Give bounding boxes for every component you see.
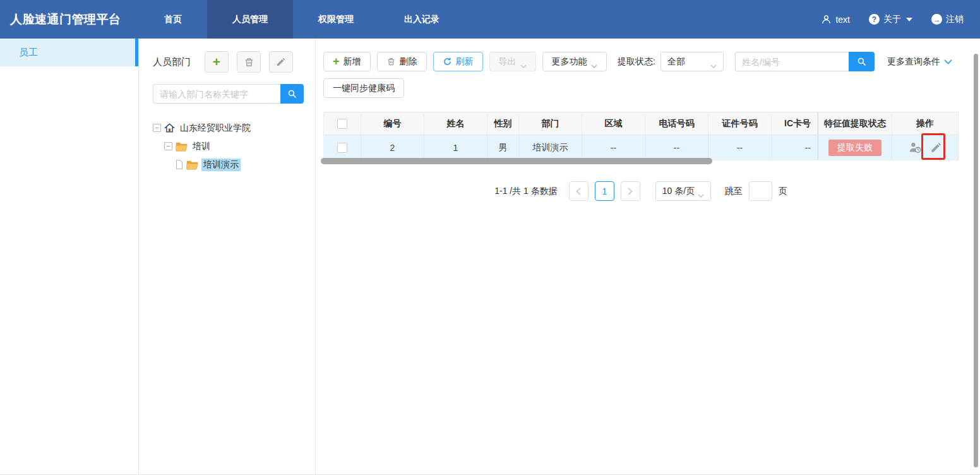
col-header-extract-status[interactable]: 特征值提取状态 — [818, 112, 892, 135]
col-header-phone[interactable]: 电话号码 — [645, 112, 708, 135]
col-header-dept[interactable]: 部门 — [519, 112, 582, 135]
col-header-area[interactable]: 区域 — [582, 112, 645, 135]
row-checkbox[interactable] — [337, 143, 347, 153]
person-search-input[interactable] — [735, 52, 849, 71]
cell-operations — [892, 135, 959, 160]
sync-health-code-button[interactable]: 一键同步健康码 — [323, 78, 404, 98]
vertical-scrollbar[interactable] — [974, 54, 978, 467]
table-row[interactable]: 2 1 男 培训演示 -- -- -- -- 提取失败 — [323, 135, 959, 160]
page-number-button[interactable]: 1 — [595, 181, 614, 201]
cell-extract-status: 提取失败 — [818, 135, 892, 160]
search-icon — [287, 88, 297, 99]
department-search-button[interactable] — [280, 84, 304, 104]
page-size-select[interactable]: 10 条/页 — [655, 181, 711, 201]
cell-name: 1 — [424, 135, 487, 160]
cell-idcard: -- — [708, 135, 772, 160]
col-header-no[interactable]: 编号 — [361, 112, 424, 135]
select-all-cell — [323, 112, 361, 135]
add-department-button[interactable]: + — [205, 51, 229, 73]
face-gate-admin-app: 人脸速通门管理平台 首页 人员管理 权限管理 出入记录 text ? 关于 → … — [0, 0, 980, 475]
navbar-right: text ? 关于 → 注销 — [821, 0, 964, 39]
row-select-cell — [323, 135, 361, 160]
col-header-gender[interactable]: 性别 — [487, 112, 519, 135]
department-tree: − 山东经贸职业学院 − 培训 — [153, 119, 304, 174]
edit-person-icon[interactable] — [930, 141, 942, 153]
col-header-iccard[interactable]: IC卡号 — [772, 112, 818, 135]
main-panel: + 新增 删除 刷新 导出 — [316, 39, 980, 475]
col-header-operations[interactable]: 操作 — [892, 112, 959, 135]
extract-status-select[interactable]: 全部 — [660, 52, 724, 71]
extract-failed-badge: 提取失败 — [828, 140, 881, 156]
app-title: 人脸速通门管理平台 — [0, 0, 139, 39]
nav-tab-permissions[interactable]: 权限管理 — [293, 0, 379, 39]
pagination: 1-1 /共 1 条数据 1 10 条/页 跳至 页 — [323, 181, 959, 201]
delete-department-button[interactable] — [237, 51, 261, 73]
document-icon — [176, 160, 183, 169]
search-icon — [856, 56, 867, 67]
cell-dept: 培训演示 — [519, 135, 582, 160]
chevron-down-icon — [591, 60, 597, 64]
nav-tab-home[interactable]: 首页 — [139, 0, 207, 39]
plus-icon: + — [213, 55, 220, 68]
nav-tab-access-records[interactable]: 出入记录 — [379, 0, 465, 39]
department-panel: 人员部门 + — [139, 39, 316, 475]
cell-phone: -- — [645, 135, 708, 160]
person-search-button[interactable] — [849, 52, 875, 71]
folder-icon — [176, 141, 188, 152]
trash-icon — [244, 57, 254, 68]
caret-down-icon — [906, 18, 912, 21]
question-circle-icon: ? — [869, 14, 880, 25]
nav-tab-personnel[interactable]: 人员管理 — [207, 0, 293, 39]
add-person-button[interactable]: + 新增 — [323, 52, 371, 71]
user-menu[interactable]: text — [821, 14, 850, 25]
cell-no: 2 — [361, 135, 424, 160]
tree-node-training[interactable]: − 培训 — [153, 137, 304, 155]
about-menu[interactable]: ? 关于 — [869, 14, 912, 25]
user-label: text — [835, 15, 850, 25]
cell-iccard: -- — [772, 135, 818, 160]
cell-gender: 男 — [487, 135, 519, 160]
pencil-icon — [276, 57, 286, 67]
department-panel-header: 人员部门 + — [153, 51, 304, 73]
collapse-icon[interactable]: − — [153, 124, 161, 132]
about-label: 关于 — [883, 14, 901, 25]
more-query-conditions[interactable]: 更多查询条件 — [887, 56, 952, 68]
main-nav-tabs: 首页 人员管理 权限管理 出入记录 — [139, 0, 465, 39]
export-button[interactable]: 导出 — [489, 52, 536, 71]
content-layout: 员工 人员部门 + — [0, 39, 980, 475]
horizontal-scrollbar[interactable] — [321, 158, 712, 164]
refresh-button[interactable]: 刷新 — [433, 52, 483, 71]
col-header-name[interactable]: 姓名 — [424, 112, 487, 135]
department-panel-title: 人员部门 — [153, 56, 191, 68]
trash-icon — [386, 57, 396, 66]
collapse-icon[interactable]: − — [164, 142, 172, 150]
tree-node-root[interactable]: − 山东经贸职业学院 — [153, 119, 304, 137]
jump-page-input[interactable] — [749, 181, 772, 201]
col-header-idcard[interactable]: 证件号码 — [708, 112, 772, 135]
delete-person-button[interactable]: 删除 — [377, 52, 427, 71]
person-search — [735, 52, 875, 71]
logout-icon: → — [931, 14, 942, 25]
plus-icon: + — [333, 56, 340, 67]
extract-status-label: 提取状态: — [618, 56, 655, 68]
select-all-checkbox[interactable] — [337, 119, 347, 129]
chevron-down-icon — [520, 60, 527, 64]
folder-icon — [186, 160, 198, 170]
pagination-summary: 1-1 /共 1 条数据 — [494, 186, 558, 197]
logout-button[interactable]: → 注销 — [931, 14, 964, 25]
cell-area: -- — [582, 135, 645, 160]
chevron-down-icon — [698, 189, 704, 193]
more-functions-button[interactable]: 更多功能 — [542, 52, 607, 71]
tree-node-training-demo[interactable]: 培训演示 — [153, 155, 304, 174]
edit-department-button[interactable] — [269, 51, 293, 73]
toolbar-row-2: 一键同步健康码 — [323, 78, 980, 98]
left-sidebar: 员工 — [0, 39, 139, 475]
department-search-input[interactable] — [153, 84, 280, 104]
sidebar-item-employee[interactable]: 员工 — [0, 39, 138, 66]
jump-to-label: 跳至 — [725, 186, 743, 197]
tree-node-label: 培训 — [191, 140, 212, 153]
toolbar-row-1: + 新增 删除 刷新 导出 — [323, 52, 980, 71]
next-page-button[interactable] — [621, 181, 640, 201]
person-clock-icon[interactable] — [908, 141, 923, 154]
prev-page-button[interactable] — [569, 181, 589, 201]
